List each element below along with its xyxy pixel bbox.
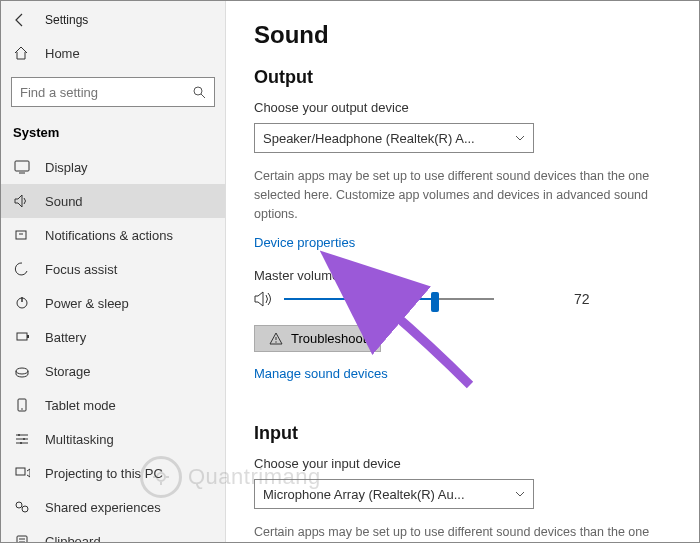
svg-point-26	[275, 341, 276, 342]
master-volume-label: Master volume	[254, 268, 671, 283]
nav-label: Display	[45, 160, 88, 175]
nav-label: Battery	[45, 330, 86, 345]
sidebar-item-sound[interactable]: Sound	[1, 184, 225, 218]
svg-point-11	[21, 408, 23, 410]
warning-icon	[269, 332, 283, 346]
nav-icon	[13, 193, 31, 209]
input-help-text: Certain apps may be set up to use differ…	[254, 523, 654, 542]
nav-label: Notifications & actions	[45, 228, 173, 243]
master-volume-row: 72	[254, 291, 671, 307]
sidebar-header: Settings	[1, 9, 225, 37]
svg-point-15	[18, 434, 20, 436]
nav-label: Multitasking	[45, 432, 114, 447]
nav-icon	[13, 227, 31, 243]
output-device-properties-link[interactable]: Device properties	[254, 235, 355, 250]
svg-rect-9	[27, 335, 29, 338]
chevron-down-icon	[515, 133, 525, 143]
home-icon	[13, 45, 31, 61]
sidebar-home[interactable]: Home	[1, 37, 225, 69]
nav-label: Clipboard	[45, 534, 101, 543]
output-device-label: Choose your output device	[254, 100, 671, 115]
sidebar-item-multitasking[interactable]: Multitasking	[1, 422, 225, 456]
page-title: Sound	[254, 21, 671, 49]
svg-rect-2	[15, 161, 29, 171]
input-device-label: Choose your input device	[254, 456, 671, 471]
nav-label: Focus assist	[45, 262, 117, 277]
app-title: Settings	[45, 13, 88, 27]
manage-sound-devices-link[interactable]: Manage sound devices	[254, 366, 388, 381]
svg-point-19	[16, 502, 22, 508]
sidebar-item-tablet-mode[interactable]: Tablet mode	[1, 388, 225, 422]
nav-icon	[13, 533, 31, 542]
input-heading: Input	[254, 423, 671, 444]
svg-point-16	[23, 438, 25, 440]
svg-rect-18	[16, 468, 25, 475]
sidebar-item-display[interactable]: Display	[1, 150, 225, 184]
home-label: Home	[45, 46, 80, 61]
svg-point-0	[194, 87, 202, 95]
master-volume-value: 72	[574, 291, 590, 307]
nav-icon	[13, 261, 31, 277]
sidebar-section-heading: System	[1, 119, 225, 150]
svg-rect-8	[17, 333, 27, 340]
nav-label: Tablet mode	[45, 398, 116, 413]
sidebar-item-power-sleep[interactable]: Power & sleep	[1, 286, 225, 320]
svg-point-17	[20, 442, 22, 444]
nav-icon	[13, 329, 31, 345]
output-device-select[interactable]: Speaker/Headphone (Realtek(R) A...	[254, 123, 534, 153]
sidebar: Settings Home System DisplaySoundNotific…	[1, 1, 226, 542]
search-input[interactable]	[20, 85, 192, 100]
sidebar-nav-list: DisplaySoundNotifications & actionsFocus…	[1, 150, 225, 542]
main-content: Sound Output Choose your output device S…	[226, 1, 699, 542]
speaker-icon[interactable]	[254, 291, 274, 307]
sidebar-item-battery[interactable]: Battery	[1, 320, 225, 354]
nav-icon	[13, 397, 31, 413]
nav-label: Power & sleep	[45, 296, 129, 311]
chevron-down-icon	[515, 489, 525, 499]
input-device-select[interactable]: Microphone Array (Realtek(R) Au...	[254, 479, 534, 509]
slider-fill	[284, 298, 435, 300]
input-device-value: Microphone Array (Realtek(R) Au...	[263, 487, 465, 502]
nav-label: Sound	[45, 194, 83, 209]
svg-rect-4	[16, 231, 26, 239]
nav-icon	[13, 363, 31, 379]
nav-icon	[13, 465, 31, 481]
sidebar-item-shared-experiences[interactable]: Shared experiences	[1, 490, 225, 524]
back-icon[interactable]	[13, 13, 27, 27]
nav-label: Shared experiences	[45, 500, 161, 515]
svg-point-20	[22, 506, 28, 512]
nav-icon	[13, 295, 31, 311]
nav-icon	[13, 159, 31, 175]
output-help-text: Certain apps may be set up to use differ…	[254, 167, 654, 223]
troubleshoot-button[interactable]: Troubleshoot	[254, 325, 381, 352]
troubleshoot-label: Troubleshoot	[291, 331, 366, 346]
nav-label: Projecting to this PC	[45, 466, 163, 481]
sidebar-item-storage[interactable]: Storage	[1, 354, 225, 388]
svg-line-1	[201, 94, 205, 98]
sidebar-item-projecting-to-this-pc[interactable]: Projecting to this PC	[1, 456, 225, 490]
sidebar-item-notifications-actions[interactable]: Notifications & actions	[1, 218, 225, 252]
nav-label: Storage	[45, 364, 91, 379]
sidebar-item-clipboard[interactable]: Clipboard	[1, 524, 225, 542]
output-heading: Output	[254, 67, 671, 88]
slider-thumb[interactable]	[431, 292, 439, 312]
nav-icon	[13, 431, 31, 447]
nav-icon	[13, 499, 31, 515]
output-device-value: Speaker/Headphone (Realtek(R) A...	[263, 131, 475, 146]
master-volume-slider[interactable]	[284, 298, 494, 300]
search-icon	[192, 85, 206, 99]
sidebar-item-focus-assist[interactable]: Focus assist	[1, 252, 225, 286]
search-box[interactable]	[11, 77, 215, 107]
